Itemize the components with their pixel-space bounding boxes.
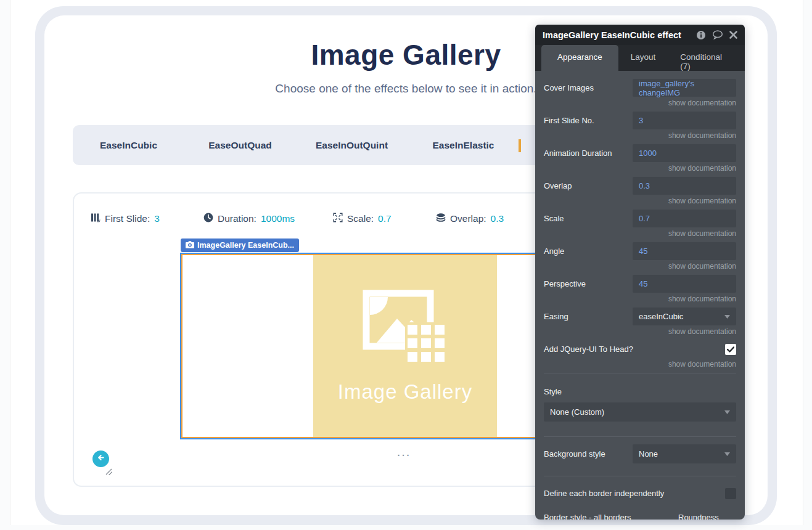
- border-independent-checkbox[interactable]: [725, 488, 736, 499]
- cover-images-input[interactable]: image_gallery's changeIMG: [633, 79, 736, 97]
- show-documentation-link[interactable]: show documentation: [544, 295, 736, 303]
- section-divider: [544, 373, 736, 373]
- first-slide-input[interactable]: 3: [633, 112, 736, 129]
- back-button[interactable]: [92, 450, 109, 467]
- field-label-scale: Scale: [544, 214, 564, 223]
- field-label-angle: Angle: [544, 247, 564, 256]
- jquery-ui-checkbox[interactable]: [725, 344, 736, 355]
- tab-conditional[interactable]: Conditional (7): [668, 45, 745, 71]
- section-divider: [544, 476, 736, 476]
- stat-value: 1000ms: [261, 213, 295, 224]
- stat-first-slide: First Slide: 3: [91, 213, 160, 225]
- stat-label: Duration:: [218, 213, 256, 224]
- panel-title: ImageGallery EaseInCubic effect: [543, 30, 696, 40]
- info-icon[interactable]: [696, 30, 706, 40]
- stat-label: Overlap:: [450, 213, 486, 224]
- gallery-placeholder: Image Gallery: [313, 255, 497, 437]
- slides-icon: [91, 213, 100, 225]
- animation-duration-input[interactable]: 1000: [633, 144, 736, 162]
- scale-input[interactable]: 0.7: [633, 210, 736, 227]
- stat-label: Scale:: [347, 213, 374, 224]
- angle-input[interactable]: 45: [633, 242, 736, 260]
- panel-tab-bar: Appearance Layout Conditional (7): [535, 45, 745, 71]
- camera-icon: [186, 241, 194, 250]
- show-documentation-link[interactable]: show documentation: [544, 131, 736, 140]
- arrow-left-icon: [96, 453, 105, 465]
- roundness-label: Roundness: [678, 513, 736, 520]
- chevron-down-icon: [724, 452, 730, 456]
- stat-value: 0.3: [491, 213, 504, 224]
- field-label-first-slide: First Slide No.: [544, 116, 594, 125]
- stat-label: First Slide:: [105, 213, 150, 224]
- field-label-animation-duration: Animation Duration: [544, 149, 612, 158]
- style-dropdown[interactable]: None (Custom): [544, 402, 736, 422]
- element-badge[interactable]: ImageGallery EaseInCub...: [181, 238, 299, 252]
- stat-overlap: Overlap: 0.3: [436, 213, 504, 225]
- stat-value: 3: [154, 213, 160, 224]
- field-label-overlap: Overlap: [544, 181, 572, 190]
- field-label-perspective: Perspective: [544, 279, 586, 288]
- gallery-placeholder-label: Image Gallery: [338, 380, 472, 404]
- show-documentation-link[interactable]: show documentation: [544, 164, 736, 173]
- section-divider: [544, 436, 736, 437]
- stat-value: 0.7: [378, 213, 392, 224]
- tab-easeinoutquint[interactable]: EaseInOutQuint: [296, 140, 408, 151]
- close-icon[interactable]: [729, 31, 737, 39]
- panel-header: ImageGallery EaseInCubic effect: [535, 25, 745, 45]
- show-documentation-link[interactable]: show documentation: [544, 229, 736, 238]
- show-documentation-link[interactable]: show documentation: [544, 197, 736, 205]
- background-style-dropdown[interactable]: None: [633, 444, 736, 463]
- tab-layout[interactable]: Layout: [618, 45, 668, 71]
- show-documentation-link[interactable]: show documentation: [544, 360, 736, 369]
- chevron-down-icon: [724, 410, 730, 414]
- properties-panel: ImageGallery EaseInCubic effect Appearan…: [535, 25, 745, 520]
- chevron-down-icon: [724, 315, 730, 319]
- pagination-ellipsis: ...: [364, 445, 444, 459]
- border-independent-label: Define each border independently: [544, 489, 664, 498]
- show-documentation-link[interactable]: show documentation: [544, 262, 736, 271]
- easing-dropdown[interactable]: easeInCubic: [633, 308, 736, 325]
- show-documentation-link[interactable]: show documentation: [544, 327, 736, 336]
- border-style-label: Border style - all borders: [544, 513, 678, 520]
- tab-easeincubic[interactable]: EaseInCubic: [73, 140, 184, 151]
- check-icon: [727, 346, 734, 353]
- tab-partial-next[interactable]: [519, 139, 521, 152]
- resize-handle-icon[interactable]: [105, 467, 112, 473]
- comment-icon[interactable]: [712, 30, 723, 39]
- tab-easeinelastic[interactable]: EaseInElastic: [408, 140, 519, 151]
- field-label-easing: Easing: [544, 312, 568, 321]
- overlap-icon: [436, 213, 446, 225]
- field-label-cover-images: Cover Images: [544, 83, 594, 92]
- tab-appearance[interactable]: Appearance: [541, 45, 618, 71]
- stat-duration: Duration: 1000ms: [203, 213, 295, 225]
- perspective-input[interactable]: 45: [633, 275, 736, 293]
- image-gallery-icon: [362, 289, 448, 368]
- scale-icon: [333, 213, 343, 225]
- clock-icon: [203, 213, 213, 225]
- background-style-label: Background style: [544, 449, 605, 459]
- field-label-jquery-ui: Add JQuery-UI To Head?: [544, 344, 633, 354]
- panel-body: Cover Imagesimage_gallery's changeIMG sh…: [535, 71, 745, 520]
- screen: Image Gallery Choose one of the effects …: [0, 0, 812, 530]
- stat-scale: Scale: 0.7: [333, 213, 392, 225]
- show-documentation-link[interactable]: show documentation: [544, 99, 736, 107]
- style-section-label: Style: [544, 387, 736, 396]
- element-badge-label: ImageGallery EaseInCub...: [197, 241, 294, 250]
- overlap-input[interactable]: 0.3: [633, 177, 736, 195]
- tab-easeoutquad[interactable]: EaseOutQuad: [184, 140, 296, 151]
